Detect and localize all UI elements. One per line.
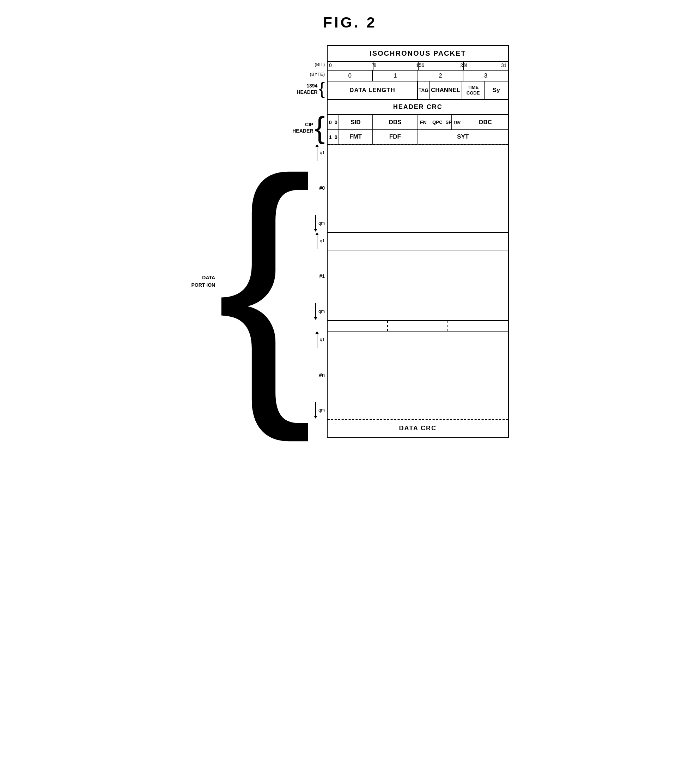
data-q1-row-0: [328, 145, 508, 162]
data-tall-row-n: [328, 349, 508, 402]
bit-16: 16: [419, 63, 424, 68]
header-crc-text: HEADER CRC: [393, 103, 442, 110]
block-0-label: #0: [319, 185, 325, 191]
data-portion-label1: DATA: [192, 274, 216, 281]
fig-title: FIG. 2: [192, 14, 509, 31]
data-tall-row-0: [328, 162, 508, 215]
dotted-separator-row: [328, 321, 508, 332]
data-tall-row-1: [328, 250, 508, 303]
hdr-brace: {: [319, 80, 325, 97]
cip2-fmt: FMT: [350, 133, 362, 140]
cip1-sid: SID: [350, 119, 360, 126]
cip1-dbs: DBS: [389, 119, 401, 126]
data-outer-brace: {: [217, 142, 313, 420]
data-qm-row-0: [328, 215, 508, 233]
left-annotations: (BIT) (BYTE) 1394 HEADER { CIP HEADER: [192, 45, 327, 420]
q1-label-1: q1: [320, 238, 325, 243]
packet-title: ISOCHRONOUS PACKET: [370, 49, 466, 57]
cip2-b0: 1: [329, 134, 331, 140]
byte-2: 2: [439, 72, 442, 79]
cip2-syt: SYT: [457, 133, 469, 140]
sy-cell: Sy: [493, 87, 500, 94]
data-q1-row-n: [328, 332, 508, 349]
qm-label-n: qm: [319, 407, 325, 413]
bit-row: 0 7 8 15 16 23 24 31: [328, 62, 508, 70]
bit-label: (BIT): [314, 62, 325, 67]
data-crc-text: DATA CRC: [399, 425, 437, 432]
time-code-cell: TIME CODE: [467, 84, 480, 95]
cip2-fdf: FDF: [389, 133, 401, 140]
cip1-rsv: rsv: [453, 120, 461, 125]
hdr-1394-label2: HEADER: [297, 89, 317, 95]
cip1-b1: 0: [334, 119, 337, 125]
data-qm-row-n: [328, 402, 508, 420]
byte-3: 3: [484, 72, 488, 79]
q1-label-0: q1: [320, 150, 325, 155]
cip1-sp: SP: [445, 120, 452, 125]
tag-cell: TAG: [419, 88, 429, 93]
cip2-b1: 0: [334, 134, 337, 140]
cip-row-1: 0 0 SID DBS FN: [328, 115, 508, 130]
data-portion-label2: PORT ION: [192, 281, 216, 289]
cip1-dbc: DBC: [479, 119, 492, 126]
data-qm-row-1: [328, 303, 508, 321]
byte-label: (BYTE): [309, 72, 325, 77]
byte-0: 0: [348, 72, 352, 79]
data-crc-row: DATA CRC: [328, 420, 508, 437]
page-container: FIG. 2 (BIT) (BYTE) 1394 HEADER {: [192, 14, 509, 438]
byte-row: 0 1 2 3: [328, 70, 508, 81]
data-q1-row-1: [328, 233, 508, 250]
bit-0: 0: [329, 63, 332, 68]
data-length-cell: DATA LENGTH: [350, 87, 395, 94]
cip1-b0: 0: [329, 119, 331, 125]
bit-8: 8: [374, 63, 377, 68]
q1-label-n: q1: [320, 337, 325, 342]
packet-title-row: ISOCHRONOUS PACKET: [328, 46, 508, 62]
byte-1: 1: [394, 72, 397, 79]
channel-cell: CHANNEL: [431, 87, 460, 94]
cip1-qpc: QPC: [432, 120, 442, 125]
cip-row-2: 1 0 FMT FDF SYT: [328, 130, 508, 145]
cip-brace: {: [314, 113, 325, 142]
qm-label-1: qm: [319, 309, 325, 314]
main-table: ISOCHRONOUS PACKET 0 7 8 15 16 23 24: [327, 45, 508, 438]
qm-label-0: qm: [319, 220, 325, 226]
bit-31: 31: [501, 63, 507, 68]
block-1-label: #1: [319, 273, 325, 279]
hdr-1394-label: 1394: [297, 83, 317, 89]
hdr-1394-row: DATA LENGTH TAG CHANNEL TIME CODE Sy: [328, 81, 508, 100]
header-crc-row: HEADER CRC: [328, 100, 508, 115]
cip1-fn: FN: [420, 120, 427, 125]
block-n-label: #n: [319, 372, 325, 378]
